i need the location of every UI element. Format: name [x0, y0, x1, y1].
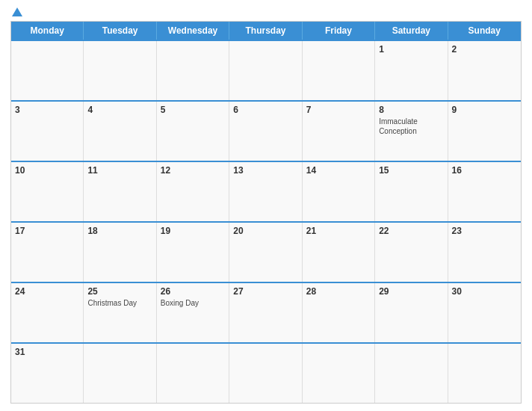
calendar-cell: 13	[229, 162, 302, 221]
calendar-cell: 23	[448, 223, 521, 282]
calendar-cell	[229, 41, 302, 100]
calendar-cell: 22	[375, 223, 448, 282]
day-number: 26	[161, 286, 225, 297]
calendar-cell: 30	[448, 283, 521, 342]
calendar-cell: 7	[303, 102, 375, 161]
event-label: Immaculate Conception	[379, 117, 443, 136]
calendar-row-1: 12	[11, 40, 521, 100]
day-number: 8	[379, 105, 443, 115]
calendar-cell: 27	[229, 283, 302, 342]
day-number: 9	[452, 105, 517, 115]
calendar-cell: 19	[157, 223, 229, 282]
day-number: 20	[233, 226, 297, 236]
calendar-cell: 1	[375, 41, 448, 100]
day-number: 19	[161, 226, 225, 236]
calendar-row-2: 345678Immaculate Conception9	[11, 100, 521, 161]
day-number: 14	[306, 165, 371, 176]
calendar-cell: 20	[229, 223, 302, 282]
logo	[10, 7, 22, 16]
calendar-cell: 26Boxing Day	[157, 283, 229, 342]
weekday-header-thursday: Thursday	[229, 22, 302, 40]
calendar-cell: 28	[303, 283, 375, 342]
calendar-cell: 12	[157, 162, 229, 221]
calendar-cell: 18	[84, 223, 156, 282]
calendar-cell: 11	[84, 162, 156, 221]
day-number: 25	[87, 286, 152, 297]
calendar-body: 12345678Immaculate Conception91011121314…	[11, 40, 521, 403]
calendar-cell	[11, 41, 84, 100]
calendar-header: MondayTuesdayWednesdayThursdayFridaySatu…	[11, 22, 521, 40]
day-number: 2	[452, 44, 517, 55]
day-number: 22	[379, 226, 443, 236]
weekday-header-wednesday: Wednesday	[157, 22, 229, 40]
day-number: 31	[15, 347, 79, 357]
day-number: 11	[87, 165, 152, 176]
calendar-cell	[303, 344, 375, 403]
page: MondayTuesdayWednesdayThursdayFridaySatu…	[0, 0, 532, 411]
calendar-cell	[303, 41, 375, 100]
day-number: 21	[306, 226, 371, 236]
day-number: 12	[161, 165, 225, 176]
calendar-cell: 5	[157, 102, 229, 161]
logo-triangle-icon	[12, 7, 22, 16]
weekday-header-monday: Monday	[11, 22, 84, 40]
calendar-cell: 3	[11, 102, 84, 161]
day-number: 24	[15, 286, 79, 297]
calendar-cell: 10	[11, 162, 84, 221]
day-number: 1	[379, 44, 443, 55]
day-number: 28	[306, 286, 371, 297]
day-number: 4	[87, 105, 152, 115]
calendar-cell: 4	[84, 102, 156, 161]
calendar-cell	[229, 344, 302, 403]
day-number: 17	[15, 226, 79, 236]
day-number: 5	[161, 105, 225, 115]
weekday-header-tuesday: Tuesday	[84, 22, 156, 40]
calendar-row-5: 2425Christmas Day26Boxing Day27282930	[11, 282, 521, 342]
weekday-header-friday: Friday	[303, 22, 375, 40]
calendar-cell	[84, 344, 156, 403]
day-number: 27	[233, 286, 297, 297]
event-label: Boxing Day	[161, 298, 225, 308]
header	[10, 7, 522, 16]
day-number: 18	[87, 226, 152, 236]
calendar-cell: 6	[229, 102, 302, 161]
calendar-cell	[157, 41, 229, 100]
day-number: 10	[15, 165, 79, 176]
calendar-cell: 29	[375, 283, 448, 342]
calendar-row-4: 17181920212223	[11, 221, 521, 282]
calendar-cell: 16	[448, 162, 521, 221]
day-number: 30	[452, 286, 517, 297]
day-number: 7	[306, 105, 371, 115]
calendar-cell: 17	[11, 223, 84, 282]
day-number: 13	[233, 165, 297, 176]
calendar-cell: 9	[448, 102, 521, 161]
calendar-cell	[375, 344, 448, 403]
calendar-cell: 24	[11, 283, 84, 342]
event-label: Christmas Day	[87, 298, 152, 308]
calendar-cell: 2	[448, 41, 521, 100]
calendar-cell: 31	[11, 344, 84, 403]
day-number: 6	[233, 105, 297, 115]
weekday-header-sunday: Sunday	[448, 22, 521, 40]
weekday-header-saturday: Saturday	[375, 22, 448, 40]
calendar: MondayTuesdayWednesdayThursdayFridaySatu…	[10, 21, 522, 404]
day-number: 15	[379, 165, 443, 176]
day-number: 29	[379, 286, 443, 297]
calendar-cell: 8Immaculate Conception	[375, 102, 448, 161]
calendar-cell: 14	[303, 162, 375, 221]
calendar-row-6: 31	[11, 342, 521, 403]
calendar-cell: 21	[303, 223, 375, 282]
calendar-cell	[157, 344, 229, 403]
calendar-cell: 15	[375, 162, 448, 221]
calendar-cell	[448, 344, 521, 403]
calendar-cell: 25Christmas Day	[84, 283, 156, 342]
calendar-row-3: 10111213141516	[11, 161, 521, 221]
calendar-cell	[84, 41, 156, 100]
day-number: 16	[452, 165, 517, 176]
day-number: 23	[452, 226, 517, 236]
day-number: 3	[15, 105, 79, 115]
